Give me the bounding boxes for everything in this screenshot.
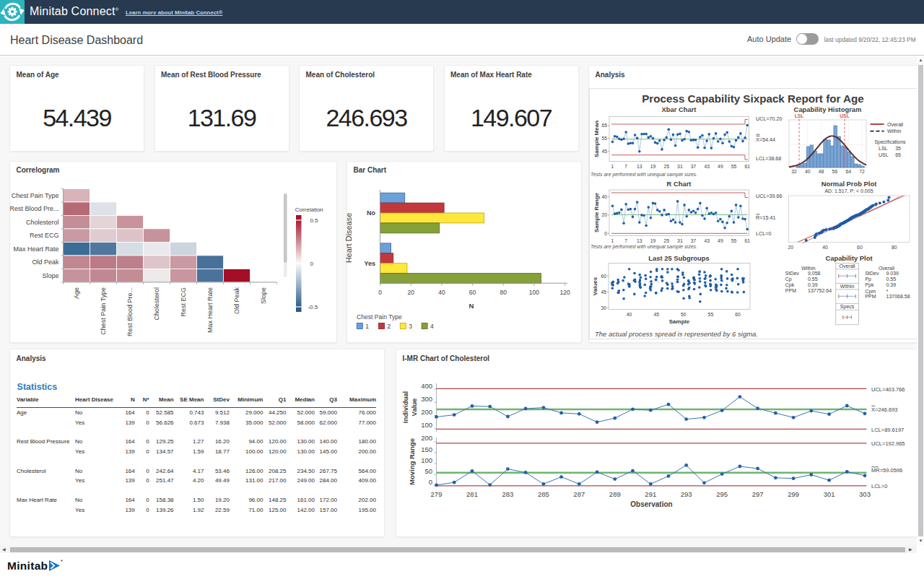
svg-text:Minitab: Minitab <box>7 560 48 572</box>
